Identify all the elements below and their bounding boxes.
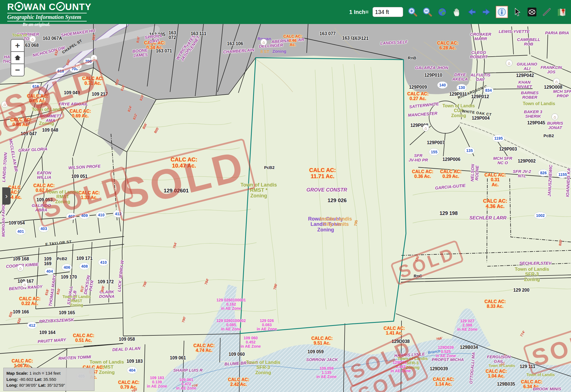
forward-arrow-icon[interactable]: [481, 6, 492, 18]
pan-hand-icon[interactable]: [451, 6, 463, 18]
logo-title: RWAN CUNTY: [7, 2, 91, 12]
google-maps-icon[interactable]: [556, 6, 567, 18]
status-line: Map Scale: 1 inch = 134 feet: [6, 370, 91, 376]
chevron-right-icon: ›: [5, 192, 8, 200]
map-viewport[interactable]: CORRIHER TONTown of163 067A163 068NICHOL…: [0, 0, 571, 392]
map-pin-icon: [14, 2, 23, 11]
scale-label: 1 Inch=: [349, 9, 369, 15]
measure-icon[interactable]: [541, 6, 552, 18]
gis-application: CORRIHER TONTown of163 067A163 068NICHOL…: [0, 0, 571, 392]
header-bar: RWAN CUNTY Geographic Information System…: [0, 0, 571, 24]
zoom-in-button[interactable]: +: [11, 40, 24, 52]
compass-icon: [56, 2, 65, 11]
status-bar: Map Scale: 1 inch = 134 feet Long: -80.6…: [3, 368, 95, 391]
status-line: Long: -80.602 Lat: 35.550: [6, 376, 91, 383]
logo-subtitle: Geographic Information System: [7, 14, 91, 20]
logo-rule: [7, 13, 87, 13]
zoom-out-button[interactable]: −: [11, 64, 24, 76]
zoom-in-icon[interactable]: [407, 6, 418, 18]
clear-selection-icon[interactable]: [526, 6, 538, 18]
zoom-control: + −: [11, 39, 25, 76]
logo-rule: [7, 21, 87, 21]
logo-tagline: Be an original.: [23, 22, 91, 27]
zoom-out-icon[interactable]: [422, 6, 433, 18]
rowan-county-logo: RWAN CUNTY Geographic Information System…: [7, 2, 91, 27]
identify-info-icon[interactable]: [496, 6, 508, 18]
toolbar-icons: [407, 6, 567, 18]
back-arrow-icon[interactable]: [466, 6, 477, 18]
select-pointer-icon[interactable]: [512, 6, 523, 18]
home-icon: [14, 54, 21, 61]
home-button[interactable]: [11, 52, 24, 64]
scale-input[interactable]: [372, 7, 403, 17]
status-line: Long: 80°36'05" Lat: 35°32'59": [6, 382, 91, 388]
sidebar-flyout-tab[interactable]: ›: [2, 187, 11, 205]
map-canvas: [0, 0, 571, 392]
toolbar: 1 Inch=: [349, 0, 567, 24]
full-extent-globe-icon[interactable]: [437, 6, 448, 18]
